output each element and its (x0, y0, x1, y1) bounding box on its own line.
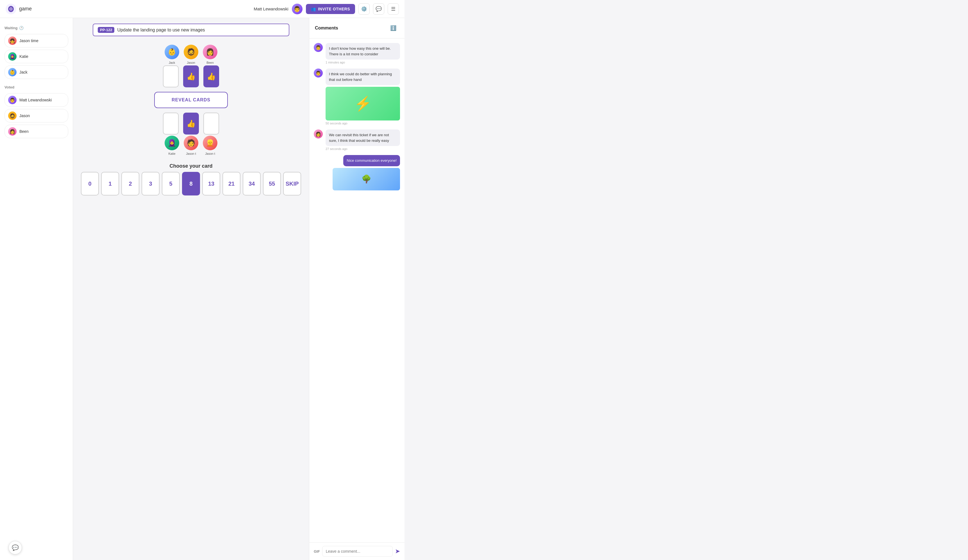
chat-float-button[interactable]: 💬 (8, 541, 22, 554)
comment-time: 1 minutes ago (326, 61, 400, 64)
comment-body: I think we could do better with planning… (326, 68, 400, 125)
chat-float-icon: 💬 (12, 544, 19, 551)
clock-icon: 🕐 (19, 26, 23, 30)
card-option-SKIP[interactable]: SKIP (283, 172, 301, 196)
comment-text: I don't know how easy this one will be. … (326, 43, 400, 60)
user-name: Matt Lewandowski (254, 7, 288, 11)
waiting-section-title: Waiting 🕐 (5, 26, 68, 30)
sidebar-item-jack[interactable]: 👶 Jack (5, 65, 68, 79)
logo-icon (6, 4, 16, 14)
sidebar-item-been[interactable]: 👩 Been (5, 125, 68, 138)
reveal-cards-button[interactable]: REVEAL CARDS (154, 92, 228, 108)
menu-button[interactable]: ☰ (388, 3, 399, 15)
comment-item: 👩We can revisit this ticket if we are no… (314, 129, 400, 151)
invite-others-button[interactable]: 👥 INVITE OTHERS (306, 4, 355, 14)
sidebar-item-katie[interactable]: 🧕 Katie (5, 50, 68, 63)
card-jasont2 (203, 113, 219, 134)
sidebar: Waiting 🕐 👧 Jason time 🧕 Katie 👶 Jack Vo… (0, 18, 73, 560)
sidebar-item-jasontime[interactable]: 👧 Jason time (5, 34, 68, 48)
player-name-jack: Jack (169, 61, 175, 64)
player-name-jason-top: Jason (187, 61, 195, 64)
comment-text: We can revisit this ticket if we are not… (326, 129, 400, 146)
sidebar-label-jasontime: Jason time (19, 38, 38, 43)
sidebar-item-matt[interactable]: 👨 Matt Lewandowski (5, 93, 68, 107)
player-jason-top: 🧔 Jason (184, 45, 198, 64)
comment-item: 👨I don't know how easy this one will be.… (314, 43, 400, 64)
player-name-jasont2: Jason t (205, 152, 215, 155)
svg-point-1 (10, 8, 12, 10)
avatar-katie: 🧕 (8, 52, 17, 61)
app-title: game (19, 6, 32, 12)
sidebar-label-jason: Jason (19, 113, 30, 118)
bottom-cards-row: 👍 (163, 113, 219, 134)
comment-body: We can revisit this ticket if we are not… (326, 129, 400, 151)
comments-header: Comments ℹ️ (309, 18, 404, 38)
comment-mine-wrapper: Nice communication everyone!🌳 (314, 155, 400, 191)
card-option-0[interactable]: 0 (81, 172, 99, 196)
comments-list: 👨I don't know how easy this one will be.… (309, 38, 404, 542)
sidebar-item-jason[interactable]: 🧔 Jason (5, 109, 68, 123)
top-cards-row: 👍 👍 (163, 65, 219, 87)
ticket-bar: PP-122 Update the landing page to use ne… (93, 23, 289, 36)
card-option-3[interactable]: 3 (142, 172, 159, 196)
comment-item: 👨I think we could do better with plannin… (314, 68, 400, 125)
invite-btn-label: INVITE OTHERS (318, 7, 350, 11)
card-option-5[interactable]: 5 (162, 172, 180, 196)
gear-icon: ⚙️ (361, 6, 367, 12)
header-left: game (6, 4, 32, 14)
header-right: Matt Lewandowski 👨 👥 INVITE OTHERS ⚙️ 💬 … (254, 3, 399, 15)
player-avatar-jasont: 🧑 (184, 136, 198, 150)
avatar-jasontime: 👧 (8, 36, 17, 45)
card-option-1[interactable]: 1 (101, 172, 119, 196)
player-avatar-jack: 👶 (165, 45, 179, 59)
user-avatar-emoji: 👨 (293, 6, 300, 12)
chat-icon-button[interactable]: 💬 (373, 3, 384, 15)
card-jasont: 👍 (183, 113, 199, 134)
header: game Matt Lewandowski 👨 👥 INVITE OTHERS … (0, 0, 404, 18)
player-jasont2: 👱 Jason t (203, 136, 217, 155)
card-option-8[interactable]: 8 (182, 172, 200, 196)
player-avatar-jason-top: 🧔 (184, 45, 198, 59)
bottom-players-row: 🧕 Katie 🧑 Jason t 👱 Jason t (165, 136, 217, 155)
card-been: 👍 (203, 65, 219, 87)
choose-card-label: Choose your card (169, 163, 212, 169)
player-jasont: 🧑 Jason t (184, 136, 198, 155)
comments-panel: Comments ℹ️ 👨I don't know how easy this … (309, 18, 404, 560)
menu-icon: ☰ (391, 6, 396, 12)
invite-icon: 👥 (311, 7, 316, 11)
main-layout: Waiting 🕐 👧 Jason time 🧕 Katie 👶 Jack Vo… (0, 18, 404, 560)
card-katie (163, 113, 179, 134)
comment-body: I don't know how easy this one will be. … (326, 43, 400, 64)
sidebar-label-been: Been (19, 129, 29, 134)
player-avatar-jasont2: 👱 (203, 136, 217, 150)
comment-input-area: GIF ➤ (309, 542, 404, 560)
send-button[interactable]: ➤ (395, 548, 400, 555)
player-jack: 👶 Jack (165, 45, 179, 64)
gif-button[interactable]: GIF (314, 549, 320, 553)
card-option-21[interactable]: 21 (222, 172, 240, 196)
card-option-2[interactable]: 2 (121, 172, 139, 196)
sidebar-label-matt: Matt Lewandowski (19, 98, 52, 102)
avatar-jack: 👶 (8, 68, 17, 76)
comment-input[interactable] (322, 546, 393, 557)
chat-icon: 💬 (376, 6, 382, 12)
player-avatar-katie: 🧕 (165, 136, 179, 150)
comment-image-pikachu: ⚡ (326, 87, 400, 121)
card-option-34[interactable]: 34 (243, 172, 261, 196)
ticket-id: PP-122 (98, 27, 114, 33)
player-been: 👩 Been (203, 45, 217, 64)
avatar-been: 👩 (8, 127, 17, 136)
settings-button[interactable]: ⚙️ (358, 3, 370, 15)
user-avatar: 👨 (292, 4, 303, 14)
voted-label: Voted (5, 85, 14, 89)
comments-info-button[interactable]: ℹ️ (388, 22, 399, 34)
ticket-title: Update the landing page to use new image… (117, 28, 205, 33)
comment-mine-text: Nice communication everyone! (343, 155, 400, 166)
card-option-13[interactable]: 13 (202, 172, 220, 196)
player-name-jasont: Jason t (186, 152, 196, 155)
player-avatar-been: 👩 (203, 45, 217, 59)
card-jason-top: 👍 (183, 65, 199, 87)
avatar-jason: 🧔 (8, 111, 17, 120)
voted-section-title: Voted (5, 85, 68, 89)
card-option-55[interactable]: 55 (263, 172, 281, 196)
